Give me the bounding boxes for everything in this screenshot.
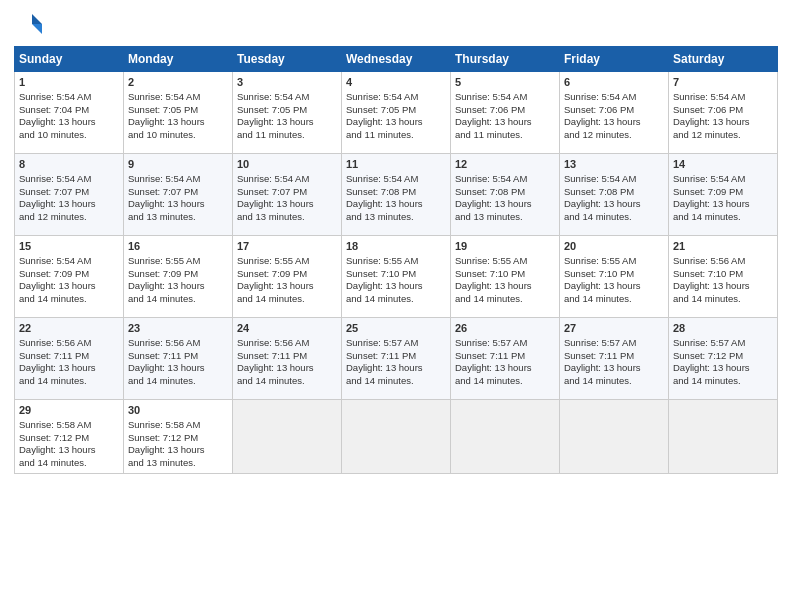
day-number: 9	[128, 157, 228, 172]
calendar-cell: 13Sunrise: 5:54 AMSunset: 7:08 PMDayligh…	[560, 154, 669, 236]
day-number: 19	[455, 239, 555, 254]
cell-info: Daylight: 13 hours	[564, 198, 664, 211]
day-number: 8	[19, 157, 119, 172]
day-number: 16	[128, 239, 228, 254]
cell-info: Sunrise: 5:54 AM	[19, 173, 119, 186]
calendar-cell: 26Sunrise: 5:57 AMSunset: 7:11 PMDayligh…	[451, 318, 560, 400]
cell-info: Daylight: 13 hours	[564, 116, 664, 129]
day-number: 24	[237, 321, 337, 336]
cell-info: Sunrise: 5:55 AM	[564, 255, 664, 268]
calendar-cell: 18Sunrise: 5:55 AMSunset: 7:10 PMDayligh…	[342, 236, 451, 318]
cell-info: and 11 minutes.	[237, 129, 337, 142]
cell-info: Daylight: 13 hours	[346, 362, 446, 375]
cell-info: and 13 minutes.	[346, 211, 446, 224]
cell-info: Sunrise: 5:57 AM	[564, 337, 664, 350]
cell-info: Sunrise: 5:54 AM	[237, 173, 337, 186]
cell-info: Sunrise: 5:54 AM	[237, 91, 337, 104]
calendar-cell: 15Sunrise: 5:54 AMSunset: 7:09 PMDayligh…	[15, 236, 124, 318]
day-number: 15	[19, 239, 119, 254]
cell-info: Daylight: 13 hours	[237, 280, 337, 293]
cell-info: Sunset: 7:06 PM	[673, 104, 773, 117]
cell-info: Sunrise: 5:57 AM	[673, 337, 773, 350]
calendar-cell	[451, 400, 560, 474]
cell-info: Daylight: 13 hours	[455, 198, 555, 211]
cell-info: Daylight: 13 hours	[237, 362, 337, 375]
cell-info: Daylight: 13 hours	[128, 280, 228, 293]
cell-info: and 14 minutes.	[237, 375, 337, 388]
cell-info: Daylight: 13 hours	[564, 362, 664, 375]
calendar-cell: 1Sunrise: 5:54 AMSunset: 7:04 PMDaylight…	[15, 72, 124, 154]
header-wednesday: Wednesday	[342, 47, 451, 72]
cell-info: and 14 minutes.	[19, 375, 119, 388]
calendar-cell: 30Sunrise: 5:58 AMSunset: 7:12 PMDayligh…	[124, 400, 233, 474]
calendar-cell: 29Sunrise: 5:58 AMSunset: 7:12 PMDayligh…	[15, 400, 124, 474]
cell-info: Sunset: 7:10 PM	[455, 268, 555, 281]
cell-info: Sunrise: 5:54 AM	[346, 173, 446, 186]
day-number: 3	[237, 75, 337, 90]
cell-info: Daylight: 13 hours	[237, 116, 337, 129]
page: SundayMondayTuesdayWednesdayThursdayFrid…	[0, 0, 792, 612]
cell-info: Daylight: 13 hours	[346, 198, 446, 211]
cell-info: Daylight: 13 hours	[19, 198, 119, 211]
cell-info: and 14 minutes.	[128, 375, 228, 388]
cell-info: Sunrise: 5:55 AM	[455, 255, 555, 268]
day-number: 20	[564, 239, 664, 254]
cell-info: Sunset: 7:07 PM	[128, 186, 228, 199]
cell-info: Sunrise: 5:54 AM	[673, 91, 773, 104]
cell-info: Daylight: 13 hours	[455, 362, 555, 375]
header-thursday: Thursday	[451, 47, 560, 72]
header	[14, 10, 778, 38]
logo-icon	[14, 10, 42, 38]
cell-info: and 12 minutes.	[673, 129, 773, 142]
cell-info: Sunset: 7:11 PM	[19, 350, 119, 363]
calendar-cell: 2Sunrise: 5:54 AMSunset: 7:05 PMDaylight…	[124, 72, 233, 154]
cell-info: and 13 minutes.	[128, 211, 228, 224]
calendar-cell: 20Sunrise: 5:55 AMSunset: 7:10 PMDayligh…	[560, 236, 669, 318]
cell-info: Sunset: 7:12 PM	[673, 350, 773, 363]
cell-info: Sunset: 7:10 PM	[673, 268, 773, 281]
calendar-cell: 21Sunrise: 5:56 AMSunset: 7:10 PMDayligh…	[669, 236, 778, 318]
cell-info: Daylight: 13 hours	[673, 198, 773, 211]
cell-info: Sunset: 7:10 PM	[564, 268, 664, 281]
cell-info: and 14 minutes.	[128, 293, 228, 306]
cell-info: Sunset: 7:09 PM	[128, 268, 228, 281]
calendar-cell: 4Sunrise: 5:54 AMSunset: 7:05 PMDaylight…	[342, 72, 451, 154]
week-row-2: 8Sunrise: 5:54 AMSunset: 7:07 PMDaylight…	[15, 154, 778, 236]
cell-info: and 12 minutes.	[564, 129, 664, 142]
cell-info: Daylight: 13 hours	[128, 362, 228, 375]
logo	[14, 10, 46, 38]
cell-info: and 11 minutes.	[346, 129, 446, 142]
calendar-cell: 17Sunrise: 5:55 AMSunset: 7:09 PMDayligh…	[233, 236, 342, 318]
day-number: 1	[19, 75, 119, 90]
cell-info: Sunrise: 5:54 AM	[455, 173, 555, 186]
cell-info: and 14 minutes.	[455, 293, 555, 306]
cell-info: Sunrise: 5:54 AM	[455, 91, 555, 104]
cell-info: Sunrise: 5:54 AM	[19, 255, 119, 268]
week-row-3: 15Sunrise: 5:54 AMSunset: 7:09 PMDayligh…	[15, 236, 778, 318]
cell-info: Daylight: 13 hours	[128, 444, 228, 457]
cell-info: Daylight: 13 hours	[673, 116, 773, 129]
header-sunday: Sunday	[15, 47, 124, 72]
cell-info: and 14 minutes.	[346, 375, 446, 388]
calendar-cell	[669, 400, 778, 474]
day-number: 5	[455, 75, 555, 90]
day-number: 12	[455, 157, 555, 172]
cell-info: and 14 minutes.	[673, 211, 773, 224]
cell-info: and 14 minutes.	[237, 293, 337, 306]
cell-info: Daylight: 13 hours	[346, 116, 446, 129]
calendar-cell: 25Sunrise: 5:57 AMSunset: 7:11 PMDayligh…	[342, 318, 451, 400]
cell-info: and 13 minutes.	[237, 211, 337, 224]
cell-info: and 13 minutes.	[128, 457, 228, 470]
calendar-cell: 14Sunrise: 5:54 AMSunset: 7:09 PMDayligh…	[669, 154, 778, 236]
cell-info: Sunset: 7:08 PM	[564, 186, 664, 199]
svg-marker-0	[32, 14, 42, 24]
day-number: 25	[346, 321, 446, 336]
cell-info: and 14 minutes.	[564, 211, 664, 224]
calendar-header-row: SundayMondayTuesdayWednesdayThursdayFrid…	[15, 47, 778, 72]
cell-info: Daylight: 13 hours	[455, 116, 555, 129]
cell-info: Sunset: 7:11 PM	[128, 350, 228, 363]
calendar-cell: 24Sunrise: 5:56 AMSunset: 7:11 PMDayligh…	[233, 318, 342, 400]
cell-info: Sunrise: 5:55 AM	[346, 255, 446, 268]
day-number: 23	[128, 321, 228, 336]
day-number: 27	[564, 321, 664, 336]
